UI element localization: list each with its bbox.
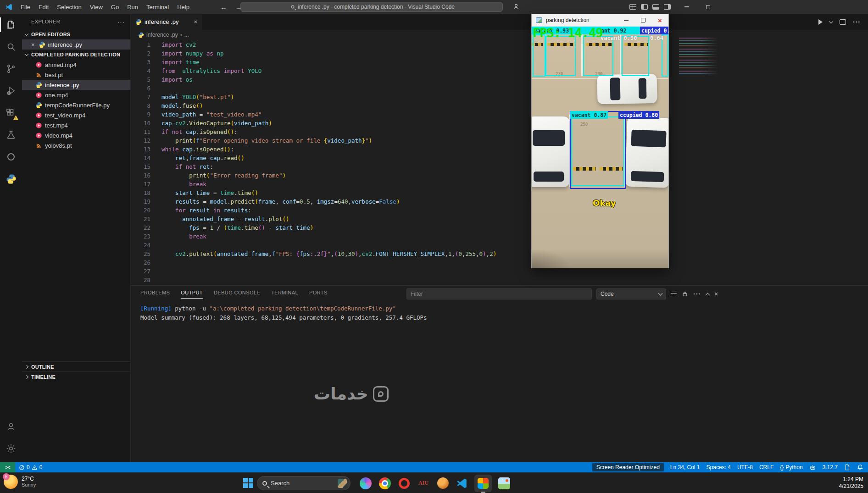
activity-explorer-icon[interactable] — [0, 14, 22, 36]
clear-output-icon[interactable] — [671, 292, 677, 296]
app-icon-designer[interactable] — [359, 476, 373, 490]
code-line-25[interactable]: 25 cv2.putText(annotated_frame,f"FPS: {f… — [131, 249, 868, 258]
floatwin-maximize-button[interactable] — [634, 14, 651, 26]
activity-testing-icon[interactable] — [0, 124, 22, 146]
remote-indicator[interactable]: >< — [0, 462, 15, 472]
code-line-10[interactable]: 10cap=cv2.VideoCapture(video_path) — [131, 119, 868, 127]
open-editors-section[interactable]: OPEN EDITORS — [22, 29, 130, 39]
command-center-search[interactable]: inference .py - completed parking detect… — [240, 2, 503, 12]
menu-edit[interactable]: Edit — [34, 0, 53, 14]
menu-go[interactable]: Go — [107, 0, 123, 14]
menu-run[interactable]: Run — [123, 0, 142, 14]
code-line-4[interactable]: 4from ultralytics import YOLO — [131, 66, 868, 75]
code-line-21[interactable]: 21 annotated_frame = result.plot() — [131, 215, 868, 223]
floatwin-minimize-button[interactable] — [618, 14, 634, 26]
code-line-17[interactable]: 17 break — [131, 180, 868, 188]
lock-scroll-icon[interactable] — [682, 291, 688, 297]
maximize-panel-icon[interactable] — [706, 293, 710, 297]
maximize-button[interactable] — [697, 0, 718, 14]
weather-widget[interactable]: 8 27°C Sunny — [4, 475, 36, 489]
bell-icon[interactable] — [857, 464, 863, 471]
taskbar-clock[interactable]: 1:24 PM 4/21/2025 — [839, 476, 863, 490]
menu-terminal[interactable]: Terminal — [142, 0, 173, 14]
encoding-status[interactable]: UTF-8 — [737, 464, 753, 471]
minimize-button[interactable] — [676, 0, 697, 14]
code-line-12[interactable]: 12 print(f"Error opening video stream or… — [131, 136, 868, 145]
code-line-7[interactable]: 7model=YOLO("best.pt") — [131, 93, 868, 101]
code-line-22[interactable]: 22 fps = 1 / (time.time() - start_time) — [131, 223, 868, 232]
code-line-19[interactable]: 19 results = model.predict(frame, conf=0… — [131, 197, 868, 206]
run-dropdown-icon[interactable] — [829, 19, 834, 23]
indentation-status[interactable]: Spaces: 4 — [707, 464, 731, 471]
panel-tab-terminal[interactable]: TERMINAL — [271, 287, 298, 298]
panel-tab-output[interactable]: OUTPUT — [181, 287, 203, 299]
account-sync-icon[interactable] — [512, 2, 520, 12]
cursor-position[interactable]: Ln 34, Col 1 — [670, 464, 700, 471]
screen-reader-status[interactable]: Screen Reader Optimized — [592, 463, 664, 471]
minimap[interactable] — [679, 38, 719, 76]
menu-help[interactable]: Help — [173, 0, 194, 14]
activity-account-icon[interactable] — [0, 415, 22, 438]
panel-tab-debug-console[interactable]: DEBUG CONSOLE — [214, 287, 260, 298]
activity-settings-icon[interactable] — [0, 438, 22, 460]
file-item-inference-py[interactable]: inference .py — [22, 80, 130, 90]
taskbar-search[interactable]: Search — [257, 476, 351, 490]
app-icon-opera[interactable] — [397, 476, 411, 490]
file-item-tempcoderunnerfile-py[interactable]: tempCodeRunnerFile.py — [22, 100, 130, 110]
filter-input[interactable] — [406, 288, 592, 299]
app-icon-aiu[interactable]: AIU — [417, 476, 430, 490]
problems-status[interactable]: 0 0 — [19, 464, 42, 471]
code-line-26[interactable]: 26 — [131, 258, 868, 267]
code-line-20[interactable]: 20 for result in results: — [131, 206, 868, 215]
outline-section[interactable]: OUTLINE — [22, 361, 130, 371]
code-line-2[interactable]: 2import numpy as np — [131, 49, 868, 58]
toggle-panel-icon[interactable] — [652, 4, 659, 10]
code-line-27[interactable]: 27 — [131, 267, 868, 276]
timeline-section[interactable]: TIMELINE — [22, 371, 130, 382]
code-line-24[interactable]: 24 — [131, 241, 868, 249]
app-icon-photos-active[interactable] — [474, 475, 492, 492]
back-icon[interactable]: ← — [220, 3, 227, 11]
folder-section-header[interactable]: COMPLETED PARKING DETECTION — [22, 50, 130, 60]
python-version-status[interactable]: 3.12.7 — [823, 464, 838, 471]
file-item-one-mp4[interactable]: one.mp4 — [22, 90, 130, 100]
output-channel-dropdown[interactable]: Code — [596, 288, 666, 299]
explorer-more-icon[interactable]: ··· — [117, 18, 125, 25]
floatwin-titlebar[interactable]: parking detetction × — [532, 14, 668, 27]
code-area[interactable]: 1import cv22import numpy as np3import ti… — [131, 40, 868, 285]
activity-search-icon[interactable] — [0, 36, 22, 58]
app-icon-vscode[interactable] — [455, 476, 469, 490]
start-button[interactable] — [243, 478, 253, 488]
open-editor-item[interactable]: × inference .py — [22, 39, 130, 50]
eol-status[interactable]: CRLF — [759, 464, 773, 471]
code-line-15[interactable]: 15 if not ret: — [131, 162, 868, 171]
customize-layout-icon[interactable] — [629, 4, 636, 10]
code-line-11[interactable]: 11if not cap.isOpened(): — [131, 127, 868, 136]
app-icon-chrome[interactable] — [378, 476, 392, 490]
app-icon-ball[interactable] — [436, 476, 450, 490]
floatwin-close-button[interactable]: × — [651, 14, 668, 26]
toggle-sidebar-icon[interactable] — [641, 4, 648, 10]
panel-tab-problems[interactable]: PROBLEMS — [140, 287, 170, 298]
split-editor-icon[interactable] — [840, 19, 846, 25]
file-item-test-mp4[interactable]: test.mp4 — [22, 120, 130, 130]
file-icon[interactable] — [844, 464, 851, 471]
code-line-23[interactable]: 23 break — [131, 232, 868, 241]
code-line-18[interactable]: 18 start_time = time.time() — [131, 188, 868, 197]
more-actions-icon[interactable]: ··· — [853, 18, 861, 26]
activity-python-icon[interactable] — [0, 168, 22, 190]
panel-more-icon[interactable]: ··· — [693, 290, 701, 298]
tab-inference-py[interactable]: inference .py × — [131, 14, 202, 30]
toggle-secondary-sidebar-icon[interactable] — [664, 4, 671, 10]
close-panel-icon[interactable]: × — [714, 290, 718, 298]
code-line-28[interactable]: 28 — [131, 276, 868, 284]
tab-close-icon[interactable]: × — [194, 18, 197, 25]
menu-selection[interactable]: Selection — [53, 0, 85, 14]
file-item-ahmed-mp4[interactable]: ahmed.mp4 — [22, 60, 130, 70]
menu-view[interactable]: View — [86, 0, 107, 14]
activity-source-control-icon[interactable] — [0, 58, 22, 80]
panel-tab-ports[interactable]: PORTS — [309, 287, 328, 298]
code-line-13[interactable]: 13while cap.isOpened(): — [131, 145, 868, 154]
file-item-yolov8s-pt[interactable]: yolov8s.pt — [22, 140, 130, 150]
language-status[interactable]: {} Python — [780, 464, 802, 471]
